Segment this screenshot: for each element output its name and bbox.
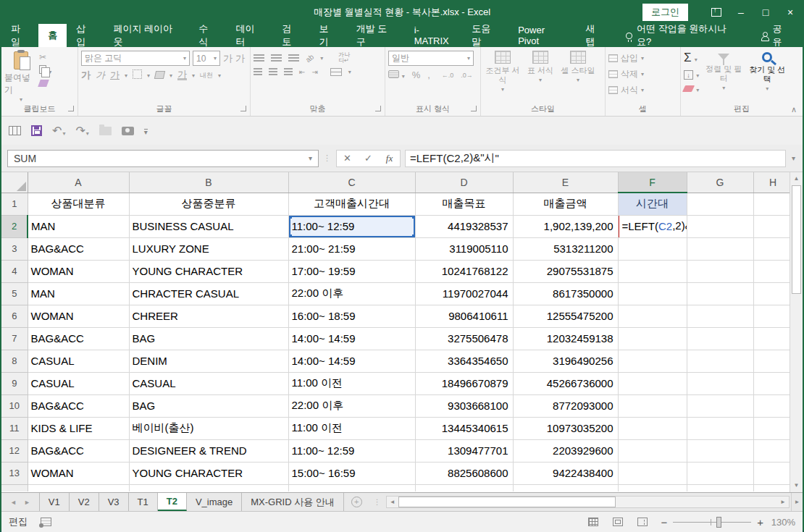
share-button[interactable]: 공유 bbox=[750, 24, 803, 47]
cell-F4[interactable] bbox=[618, 260, 687, 282]
row-header-9[interactable]: 9 bbox=[1, 372, 28, 394]
row-header-4[interactable]: 4 bbox=[1, 260, 28, 282]
login-button[interactable]: 로그인 bbox=[642, 4, 688, 21]
minimize-button[interactable]: – bbox=[729, 0, 753, 24]
cell-D9[interactable]: 18496670879 bbox=[415, 372, 513, 394]
cell-D13[interactable]: 8825608600 bbox=[415, 462, 513, 484]
cell-G10[interactable] bbox=[687, 394, 753, 417]
number-format-combo[interactable]: 일반▾ bbox=[388, 51, 474, 66]
italic-button[interactable]: 가 bbox=[96, 69, 105, 82]
merge-center-icon[interactable] bbox=[330, 68, 342, 76]
ribbon-tab-8[interactable]: 개발 도구 bbox=[347, 24, 405, 47]
cell-E11[interactable]: 10973035200 bbox=[513, 417, 618, 439]
decrease-decimal-button[interactable]: .0→ bbox=[461, 72, 473, 79]
cell-B9[interactable]: CASUAL bbox=[129, 372, 288, 394]
cell-F2[interactable]: =LEFT(C2,2)&"시" bbox=[618, 215, 687, 237]
align-center-icon[interactable] bbox=[269, 68, 277, 76]
find-select-button[interactable]: 찾기 및 선택▾ bbox=[748, 51, 786, 104]
cell-B10[interactable]: BAG bbox=[129, 394, 288, 417]
paste-dropdown-arrow[interactable]: ▾ bbox=[20, 96, 22, 103]
row-header-2[interactable]: 2 bbox=[1, 215, 28, 237]
cell-E7[interactable]: 12032459138 bbox=[513, 327, 618, 350]
cell-A1[interactable]: 상품대분류 bbox=[28, 193, 129, 215]
cell-A5[interactable]: MAN bbox=[28, 282, 129, 305]
cut-button[interactable]: ✂ bbox=[39, 52, 51, 62]
table-view-icon[interactable] bbox=[9, 126, 21, 135]
cell-H2[interactable] bbox=[753, 215, 792, 237]
cell-H3[interactable] bbox=[753, 237, 792, 260]
redo-button[interactable]: ↷▾ bbox=[75, 125, 88, 137]
row-header-8[interactable]: 8 bbox=[1, 350, 28, 372]
column-header-D[interactable]: D bbox=[415, 172, 513, 193]
cell-F1[interactable]: 시간대 bbox=[618, 193, 687, 215]
align-top-icon[interactable] bbox=[254, 54, 264, 62]
cell-F13[interactable] bbox=[618, 462, 687, 484]
row-header-10[interactable]: 10 bbox=[1, 394, 28, 417]
cell-H4[interactable] bbox=[753, 260, 792, 282]
scroll-up-arrow[interactable]: ▲ bbox=[790, 172, 803, 185]
alignment-dialog-launcher[interactable] bbox=[375, 106, 381, 111]
row-header-5[interactable]: 5 bbox=[1, 282, 28, 305]
name-box[interactable]: SUM ▾ bbox=[7, 150, 319, 167]
cell-C3[interactable]: 21:00~ 21:59 bbox=[288, 237, 415, 260]
sort-filter-button[interactable]: 정렬 및 필터▾ bbox=[705, 51, 742, 104]
expand-formula-bar-button[interactable]: ▾ bbox=[790, 154, 797, 162]
ribbon-tab-5[interactable]: 데이터 bbox=[226, 24, 272, 47]
cell-E1[interactable]: 매출금액 bbox=[513, 193, 618, 215]
ribbon-tab-1[interactable]: 홈 bbox=[38, 24, 67, 47]
row-header-7[interactable]: 7 bbox=[1, 327, 28, 350]
column-header-F[interactable]: F bbox=[618, 172, 687, 193]
column-header-G[interactable]: G bbox=[687, 172, 753, 193]
row-header-1[interactable]: 1 bbox=[1, 193, 28, 215]
sheet-nav-left-arrow[interactable]: ◄ bbox=[10, 499, 17, 506]
clear-button[interactable]: ▾ bbox=[684, 82, 699, 94]
delete-cells-button[interactable]: 삭제▾ bbox=[608, 68, 644, 80]
macro-record-icon[interactable] bbox=[41, 518, 51, 526]
cell-E12[interactable]: 2203929600 bbox=[513, 439, 618, 462]
ribbon-tab-3[interactable]: 페이지 레이아웃 bbox=[104, 24, 189, 47]
cell-C10[interactable]: 22:00 이후 bbox=[288, 394, 415, 417]
cell-D4[interactable]: 10241768122 bbox=[415, 260, 513, 282]
formula-input[interactable]: =LEFT(C2,2)&"시" bbox=[405, 150, 786, 167]
cell-B4[interactable]: YOUNG CHARACTER bbox=[129, 260, 288, 282]
increase-indent-icon[interactable]: ⇥ bbox=[311, 68, 317, 76]
cell-E13[interactable]: 9422438400 bbox=[513, 462, 618, 484]
cell-C7[interactable]: 14:00~ 14:59 bbox=[288, 327, 415, 350]
cell-C8[interactable]: 14:00~ 14:59 bbox=[288, 350, 415, 372]
row-header-6[interactable]: 6 bbox=[1, 305, 28, 327]
scroll-left-arrow[interactable]: ◄ bbox=[387, 499, 398, 505]
cell-D10[interactable]: 9303668100 bbox=[415, 394, 513, 417]
cell-D1[interactable]: 매출목표 bbox=[415, 193, 513, 215]
format-painter-button[interactable] bbox=[39, 79, 51, 89]
zoom-in-button[interactable]: + bbox=[757, 516, 763, 528]
number-dialog-launcher[interactable] bbox=[471, 106, 477, 111]
cell-G2[interactable] bbox=[687, 215, 753, 237]
cell-F7[interactable] bbox=[618, 327, 687, 350]
ribbon-tab-0[interactable]: 파일 bbox=[1, 24, 38, 47]
cell-C9[interactable]: 11:00 이전 bbox=[288, 372, 415, 394]
column-header-B[interactable]: B bbox=[129, 172, 288, 193]
sheet-tab-MX-GRID 사용 안내[interactable]: MX-GRID 사용 안내 bbox=[242, 493, 344, 511]
save-icon[interactable] bbox=[31, 125, 42, 136]
cell-B1[interactable]: 상품중분류 bbox=[129, 193, 288, 215]
cell-F5[interactable] bbox=[618, 282, 687, 305]
sheet-tab-V2[interactable]: V2 bbox=[70, 493, 99, 511]
cell-A6[interactable]: WOMAN bbox=[28, 305, 129, 327]
font-name-combo[interactable]: 맑은 고딕▾ bbox=[81, 51, 190, 66]
grow-font-button[interactable]: 가 bbox=[223, 52, 233, 65]
page-layout-view-icon[interactable] bbox=[613, 518, 623, 526]
cell-H13[interactable] bbox=[753, 462, 792, 484]
ribbon-tab-2[interactable]: 삽입 bbox=[67, 24, 104, 47]
cell-F8[interactable] bbox=[618, 350, 687, 372]
row-header-11[interactable]: 11 bbox=[1, 417, 28, 439]
cell-H7[interactable] bbox=[753, 327, 792, 350]
comma-button[interactable]: , bbox=[427, 69, 430, 80]
cell-D8[interactable]: 3364354650 bbox=[415, 350, 513, 372]
cell-H6[interactable] bbox=[753, 305, 792, 327]
cell-B13[interactable]: YOUNG CHARACTER bbox=[129, 462, 288, 484]
sheet-strip-edge-button[interactable]: ► bbox=[791, 493, 803, 511]
font-color-button[interactable]: 가 bbox=[177, 70, 187, 80]
cell-A2[interactable]: MAN bbox=[28, 215, 129, 237]
cell-C4[interactable]: 17:00~ 19:59 bbox=[288, 260, 415, 282]
cell-H9[interactable] bbox=[753, 372, 792, 394]
